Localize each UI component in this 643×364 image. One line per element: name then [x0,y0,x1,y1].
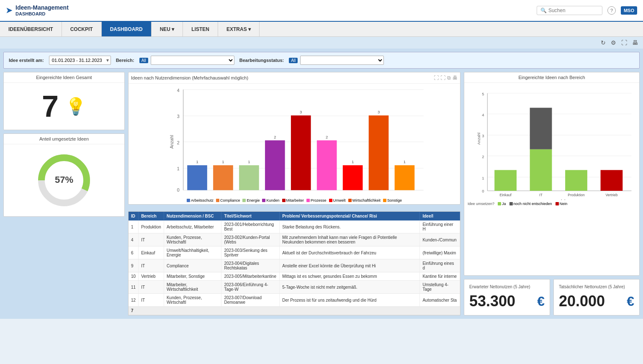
legend-dot-ja [498,202,501,205]
nav-neu[interactable]: NEU ▾ [152,22,183,36]
cell-idee: Umstellung 4-Tage [420,281,460,294]
cell-idee: Kunden-/Commun [420,233,460,246]
cell-titel: 2023-005/Mitarbeiterkantine [221,272,280,281]
status-select[interactable] [300,56,384,65]
legend-prozesse: Prozesse [306,198,327,203]
svg-text:5: 5 [482,92,484,96]
filter-bar: Idee erstellt am: 01.01.2023 - 31.12.202… [3,52,640,69]
cell-titel: 2023-001/Hebeborrichtung Best [221,220,280,233]
cell-problem: Mittags ist es schwer, gesundes Essen zu… [280,272,420,281]
svg-text:2: 2 [326,135,328,139]
bar-arbeitsschutz [187,165,207,190]
area-chart-svg: 5 4 3 2 1 0 [477,86,636,200]
expected-metric-value: 53.300 [469,292,515,310]
nav-listen[interactable]: LISTEN [183,22,218,36]
cell-bereich: IT [139,281,164,294]
svg-text:Anzahl: Anzahl [169,135,174,149]
col-id: ID [129,212,139,220]
cell-idee: Kantine für interne [420,272,460,281]
table-row[interactable]: 12 IT Kunden, Prozesse, Wirtschaftl 2023… [129,294,460,307]
cell-idee: Automatischer Sta [420,294,460,307]
svg-text:IT: IT [539,193,543,197]
actual-metric-title: Tatsächlicher Nettonutzen (5 Jahre) [559,285,634,289]
cell-idee: Einführung eines d [420,259,460,272]
chart-copy-icon[interactable]: ⧉ [447,75,451,81]
chart-fullscreen-icon[interactable]: ⛶ [440,75,445,81]
svg-text:Produktion: Produktion [568,193,585,197]
date-filter-dropdown[interactable]: 01.01.2023 - 31.12.2023 ▾ [49,56,111,65]
svg-text:1: 1 [352,159,354,164]
header: ➤ Ideen-Management DASHBOARD 🔍 ? MSO [0,0,643,22]
nav-ideenoversicht[interactable]: IDEENÜBERSICHT [0,22,62,36]
col-nutzendimension: Nutzendimension / BSC [164,212,221,220]
area-chart-title-bar: Eingereichte Ideen nach Bereich [464,72,639,83]
legend-sonstige: Sonstige [383,198,402,203]
bar-produktion-ja [565,170,587,191]
legend-dot-arbeitsschutz [187,199,190,202]
legend-nein: Nein [556,202,568,206]
bar-it-undecided [530,108,552,149]
cell-titel: 2023-006/Einführung 4-Tage-W [221,281,280,294]
mso-badge: MSO [621,6,637,15]
nav-extras[interactable]: EXTRAS ▾ [218,22,260,36]
table-row[interactable]: 6 Einkauf Umwelt/Nachhaltigkeit, Energie… [129,246,460,259]
table-row[interactable]: 4 IT Kunden, Prozesse, Wirtschaftl 2023-… [129,233,460,246]
date-filter-value: 01.01.2023 - 31.12.2023 [49,56,105,64]
nav-cockpit[interactable]: COCKPIT [62,22,102,36]
actual-metric-value: 20.000 [559,292,605,310]
settings-button[interactable]: ⚙ [609,38,618,47]
legend-energie: Energie [242,198,260,203]
area-chart-area: 5 4 3 2 1 0 [464,83,639,200]
table-row[interactable]: 10 Vertrieb Mitarbeiter, Sonstige 2023-0… [129,272,460,281]
cell-nutzendimension: Compliance [164,259,221,272]
cell-titel: 2023-002/Kunden-Portal (Webs [221,233,280,246]
main-content: Idee erstellt am: 01.01.2023 - 31.12.202… [0,49,643,319]
bar-umwelt [343,165,363,190]
arrow-icon: ➤ [6,6,12,15]
legend-dot-undecided [509,202,513,205]
chart-download-icon[interactable]: 🖶 [453,75,458,81]
expected-metric-box: Erwarteter Nettonutzen (5 Jahre) 53.300 … [464,279,550,315]
table-row[interactable]: 9 IT Compliance 2023-004/Digitales Recht… [129,259,460,272]
cell-id: 4 [129,233,139,246]
svg-text:2: 2 [177,140,180,145]
search-box[interactable]: 🔍 [537,6,602,15]
ideas-table-panel: ID Bereich Nutzendimension / BSC Titel/S… [128,211,460,315]
expand-button[interactable]: ⛶ [620,38,629,47]
bar-kunden [265,140,285,190]
legend-umwelt: Umwelt [329,198,346,203]
chart-expand-icon[interactable]: ⛶ [434,75,439,81]
refresh-button[interactable]: ↻ [599,38,607,47]
legend-undecided: noch nicht entschieden [509,202,552,206]
ideas-table: ID Bereich Nutzendimension / BSC Titel/S… [129,212,460,315]
area-chart-box: Eingereichte Ideen nach Bereich 5 4 3 2 … [464,72,640,276]
cell-nutzendimension: Arbeitsschutz, Mitarbeiter [164,220,221,233]
total-count: 7 [42,91,59,121]
donut-chart: 57% [4,144,124,216]
cell-nutzendimension: Kunden, Prozesse, Wirtschaftl [164,233,221,246]
status-filter-label: Bearbeitungsstatus: [239,58,284,63]
svg-text:0: 0 [482,189,484,193]
cell-bereich: IT [139,233,164,246]
cell-titel: 2023-007/Download Demoanwe [221,294,280,307]
donut-percent-text: 57% [55,174,73,185]
help-icon[interactable]: ? [607,6,616,15]
bereich-select[interactable] [151,56,234,65]
expected-currency: € [537,294,545,309]
legend-dot-prozesse [306,199,310,202]
cell-nutzendimension: Umwelt/Nachhaltigkeit, Energie [164,246,221,259]
table-row[interactable]: 1 Produktion Arbeitsschutz, Mitarbeiter … [129,220,460,233]
col-idee: Idee/I [420,212,460,220]
search-input[interactable] [548,8,599,13]
legend-kunden: Kunden [262,198,279,203]
header-left: ➤ Ideen-Management DASHBOARD [6,4,69,17]
table-row[interactable]: 11 IT Mitarbeiter, Wirtschaftlichkeit 20… [129,281,460,294]
cell-problem: Anstelle einer Excel könnte die Überprüf… [280,259,420,272]
legend-dot-mitarbeiter [282,199,285,202]
print-button[interactable]: 🖶 [630,38,640,47]
cell-idee: (freiwillige) Maxim [420,246,460,259]
svg-text:4: 4 [177,88,180,93]
nav-dashboard[interactable]: DASHBOARD [102,22,152,36]
svg-text:4: 4 [482,113,484,117]
legend-compliance: Compliance [216,198,240,203]
